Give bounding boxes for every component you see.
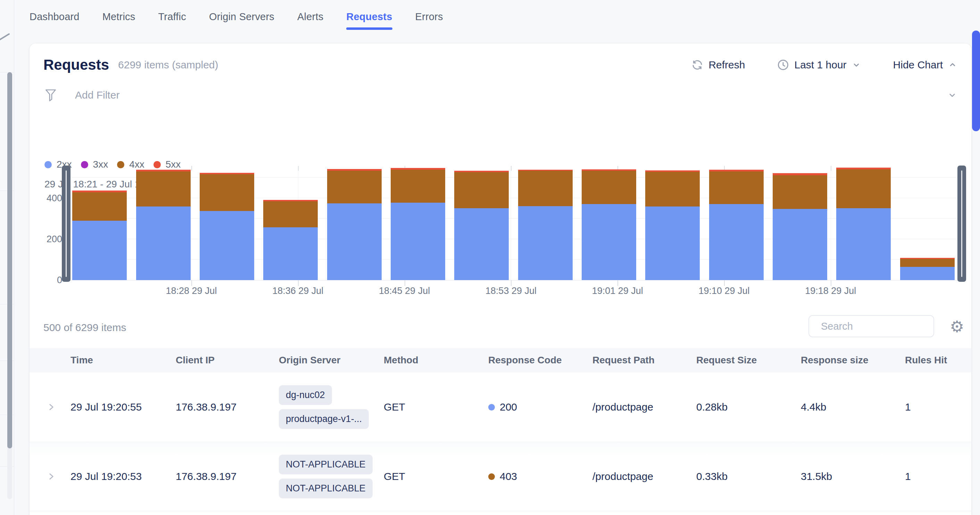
table-body: 29 Jul 19:20:55176.38.9.197dg-nuc02produ…	[30, 372, 971, 511]
left-rail	[0, 0, 14, 515]
bar-stack	[263, 200, 318, 280]
table-row[interactable]: 29 Jul 19:20:55176.38.9.197dg-nuc02produ…	[30, 372, 971, 442]
y-tick-label: 0	[38, 275, 62, 285]
bar-stack	[836, 168, 891, 280]
cell-response-code: 403	[488, 471, 517, 482]
cell-rules-hit: 1	[905, 471, 911, 482]
x-tick-label: 18:36 29 Jul	[260, 285, 336, 296]
bar-segment-2xx	[136, 206, 191, 280]
rail-collapse-icon[interactable]	[0, 31, 11, 43]
chart-bar-14[interactable]	[896, 166, 959, 280]
x-tick-label: 18:28 29 Jul	[153, 285, 229, 296]
bar-segment-2xx	[391, 203, 445, 280]
chart-bar-1[interactable]	[68, 166, 131, 280]
filter-expand-chevron-icon[interactable]	[947, 90, 958, 100]
bar-stack	[518, 170, 573, 280]
bar-segment-2xx	[836, 208, 891, 280]
filter-funnel-icon	[45, 88, 57, 102]
chart-bar-9[interactable]	[577, 166, 641, 280]
bar-segment-2xx	[72, 221, 127, 280]
tab-alerts[interactable]: Alerts	[297, 0, 323, 33]
cell-rules-hit: 1	[905, 401, 911, 413]
cell-time: 29 Jul 19:20:55	[70, 401, 142, 413]
bar-stack	[72, 190, 127, 280]
bar-segment-2xx	[454, 208, 509, 280]
cell-origin-server: NOT-APPLICABLENOT-APPLICABLE	[279, 455, 372, 498]
chart-bar-2[interactable]	[131, 166, 195, 280]
page-title: Requests	[43, 57, 109, 73]
bar-segment-4xx	[72, 192, 127, 221]
chart-bar-5[interactable]	[322, 166, 386, 280]
chart-bar-6[interactable]	[386, 166, 450, 280]
tab-dashboard[interactable]: Dashboard	[30, 0, 80, 33]
table-row[interactable]: 29 Jul 19:20:53176.38.9.197NOT-APPLICABL…	[30, 442, 971, 511]
tab-traffic[interactable]: Traffic	[158, 0, 186, 33]
column-header-rules-hit: Rules Hit	[905, 355, 947, 366]
table-header: TimeClient IPOrigin ServerMethodResponse…	[30, 348, 971, 372]
top-nav-tabs: DashboardMetricsTrafficOrigin ServersAle…	[30, 0, 443, 33]
refresh-icon	[691, 59, 703, 71]
cell-request-path: /productpage	[592, 401, 653, 413]
x-tick-label: 19:18 29 Jul	[792, 285, 869, 296]
column-header-response-code: Response Code	[488, 355, 562, 366]
bar-segment-2xx	[263, 227, 318, 280]
bar-stack	[136, 170, 191, 280]
origin-server-tag: dg-nuc02	[279, 385, 332, 405]
bar-segment-4xx	[582, 171, 636, 204]
bar-stack	[709, 170, 764, 280]
filter-bar[interactable]: Add Filter	[45, 84, 958, 106]
bar-segment-4xx	[709, 171, 764, 204]
chart-bar-12[interactable]	[768, 166, 832, 280]
bar-stack	[582, 170, 636, 280]
page-scrollbar-thumb[interactable]	[972, 30, 980, 131]
column-header-method: Method	[384, 355, 418, 366]
chart-tick	[404, 280, 405, 286]
chart-brush-handle-left[interactable]	[62, 166, 70, 282]
chart-bars	[68, 166, 959, 280]
cell-request-path: /productpage	[592, 471, 653, 482]
search-input[interactable]	[821, 321, 952, 332]
cell-request-size: 0.33kb	[696, 471, 727, 482]
cell-client-ip: 176.38.9.197	[176, 471, 237, 482]
response-code: 200	[488, 401, 517, 413]
rail-scrollbar-thumb[interactable]	[7, 72, 12, 448]
chart-brush-handle-right[interactable]	[958, 166, 966, 282]
bar-segment-4xx	[391, 170, 445, 203]
hide-chart-label: Hide Chart	[893, 59, 943, 71]
tab-metrics[interactable]: Metrics	[102, 0, 135, 33]
hide-chart-button[interactable]: Hide Chart	[893, 59, 958, 71]
chart-bar-7[interactable]	[450, 166, 513, 280]
bar-segment-4xx	[136, 171, 191, 206]
chart-bar-10[interactable]	[641, 166, 704, 280]
bar-stack	[900, 258, 955, 280]
clock-icon	[777, 59, 789, 71]
bar-segment-4xx	[200, 174, 254, 211]
time-range-dropdown[interactable]: Last 1 hour	[777, 59, 861, 71]
bar-stack	[773, 173, 827, 280]
tab-origin-servers[interactable]: Origin Servers	[209, 0, 274, 33]
chart-bar-13[interactable]	[832, 166, 895, 280]
chart-bar-3[interactable]	[195, 166, 259, 280]
chart-tick	[830, 280, 831, 286]
tab-errors[interactable]: Errors	[415, 0, 443, 33]
bar-stack	[454, 171, 509, 280]
origin-server-tags: dg-nuc02productpage-v1-...	[279, 385, 369, 429]
table-settings-gear-icon[interactable]: ⚙	[950, 316, 964, 337]
chart-tick	[511, 280, 512, 286]
x-tick-label: 18:45 29 Jul	[366, 285, 443, 296]
tab-requests[interactable]: Requests	[346, 0, 392, 33]
refresh-button[interactable]: Refresh	[691, 59, 745, 71]
chart-bar-4[interactable]	[259, 166, 322, 280]
chart-bar-11[interactable]	[705, 166, 768, 280]
chart-bar-8[interactable]	[514, 166, 577, 280]
x-tick-label: 19:01 29 Jul	[579, 285, 655, 296]
bar-segment-4xx	[900, 259, 955, 266]
row-expand-chevron-icon[interactable]	[47, 470, 56, 483]
bar-segment-2xx	[900, 267, 955, 280]
y-tick-label: 200	[38, 234, 62, 245]
bar-segment-2xx	[709, 204, 764, 280]
panel-header: Requests 6299 items (sampled) Refresh La…	[43, 53, 958, 77]
column-header-client-ip: Client IP	[176, 355, 215, 366]
response-code-dot	[488, 473, 495, 480]
row-expand-chevron-icon[interactable]	[47, 401, 56, 414]
